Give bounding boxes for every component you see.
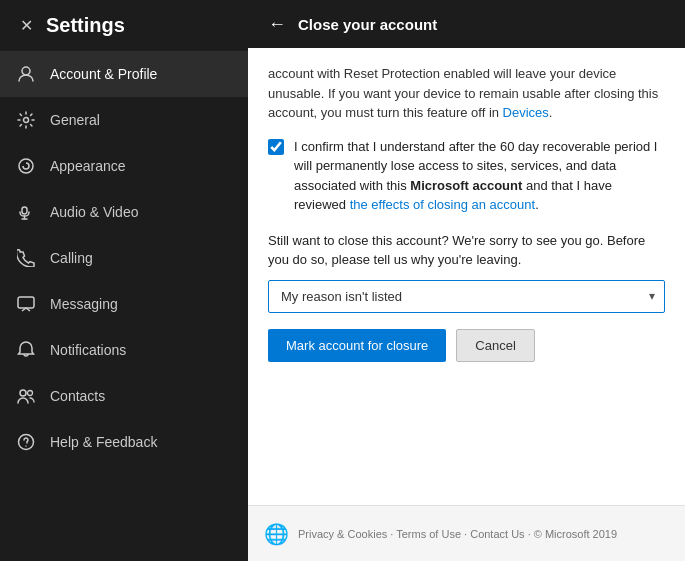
dropdown-wrapper: My reason isn't listed I have another ac… <box>268 280 665 313</box>
globe-icon: 🌐 <box>264 522 288 546</box>
reason-description: Still want to close this account? We're … <box>268 233 645 268</box>
checkbox-wrapper <box>268 139 284 215</box>
cancel-button[interactable]: Cancel <box>456 329 534 362</box>
sidebar-item-help[interactable]: Help & Feedback <box>0 419 248 465</box>
svg-point-7 <box>20 390 26 396</box>
help-icon <box>16 432 36 452</box>
confirmation-checkbox-section: I confirm that I understand after the 60… <box>268 137 665 215</box>
svg-point-0 <box>22 67 30 75</box>
sidebar-item-label: Help & Feedback <box>50 434 157 450</box>
close-button[interactable]: ✕ <box>16 16 36 36</box>
sidebar-item-label: Audio & Video <box>50 204 138 220</box>
sidebar-item-label: Notifications <box>50 342 126 358</box>
mark-closure-button[interactable]: Mark account for closure <box>268 329 446 362</box>
reason-dropdown[interactable]: My reason isn't listed I have another ac… <box>268 280 665 313</box>
checkbox-label: I confirm that I understand after the 60… <box>294 137 665 215</box>
content-area: account with Reset Protection enabled wi… <box>248 48 685 505</box>
account-icon <box>16 64 36 84</box>
svg-point-8 <box>28 391 33 396</box>
bottom-section: 🌐 Privacy & Cookies · Terms of Use · Con… <box>248 505 685 561</box>
svg-rect-3 <box>22 207 27 214</box>
main-panel: ← Close your account account with Reset … <box>248 0 685 561</box>
sidebar: ✕ Settings Account & Profile General <box>0 0 248 561</box>
intro-text: account with Reset Protection enabled wi… <box>268 66 658 120</box>
reason-text: Still want to close this account? We're … <box>268 231 665 270</box>
sidebar-item-appearance[interactable]: Appearance <box>0 143 248 189</box>
checkbox-text-end: . <box>535 197 539 212</box>
page-title: Close your account <box>298 16 437 33</box>
intro-period: . <box>549 105 553 120</box>
back-button[interactable]: ← <box>268 14 286 35</box>
general-icon <box>16 110 36 130</box>
back-icon: ← <box>268 14 286 35</box>
sidebar-item-label: Messaging <box>50 296 118 312</box>
sidebar-item-label: Appearance <box>50 158 126 174</box>
sidebar-title: Settings <box>46 14 125 37</box>
notifications-icon <box>16 340 36 360</box>
bottom-text: Privacy & Cookies · Terms of Use · Conta… <box>298 528 617 540</box>
sidebar-item-general[interactable]: General <box>0 97 248 143</box>
main-header: ← Close your account <box>248 0 685 48</box>
sidebar-item-label: Account & Profile <box>50 66 157 82</box>
sidebar-item-audio-video[interactable]: Audio & Video <box>0 189 248 235</box>
devices-link[interactable]: Devices <box>503 105 549 120</box>
sidebar-navigation: Account & Profile General Appearance <box>0 51 248 465</box>
appearance-icon <box>16 156 36 176</box>
contacts-icon <box>16 386 36 406</box>
sidebar-item-notifications[interactable]: Notifications <box>0 327 248 373</box>
sidebar-item-account[interactable]: Account & Profile <box>0 51 248 97</box>
svg-point-9 <box>19 435 34 450</box>
sidebar-item-calling[interactable]: Calling <box>0 235 248 281</box>
effects-link[interactable]: the effects of closing an account <box>350 197 536 212</box>
action-buttons: Mark account for closure Cancel <box>268 329 665 362</box>
audio-video-icon <box>16 202 36 222</box>
checkbox-text-bold: Microsoft account <box>410 178 522 193</box>
sidebar-item-label: Calling <box>50 250 93 266</box>
svg-rect-6 <box>18 297 34 308</box>
sidebar-item-contacts[interactable]: Contacts <box>0 373 248 419</box>
sidebar-item-messaging[interactable]: Messaging <box>0 281 248 327</box>
calling-icon <box>16 248 36 268</box>
intro-paragraph: account with Reset Protection enabled wi… <box>268 64 665 123</box>
confirmation-checkbox[interactable] <box>268 139 284 155</box>
reason-section: Still want to close this account? We're … <box>268 231 665 313</box>
close-icon: ✕ <box>20 16 33 35</box>
messaging-icon <box>16 294 36 314</box>
svg-point-2 <box>19 159 33 173</box>
sidebar-item-label: General <box>50 112 100 128</box>
svg-point-10 <box>25 445 26 446</box>
svg-point-1 <box>24 118 29 123</box>
sidebar-header: ✕ Settings <box>0 0 248 47</box>
sidebar-item-label: Contacts <box>50 388 105 404</box>
